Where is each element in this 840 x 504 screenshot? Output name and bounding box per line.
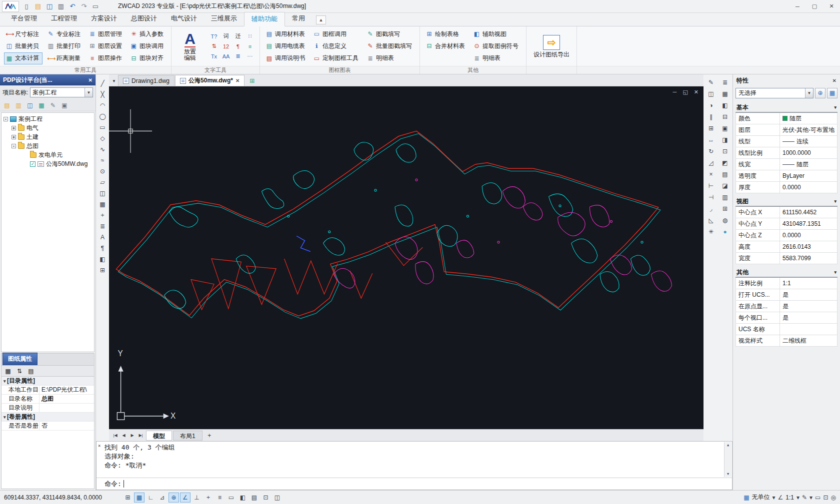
status-toggle-button[interactable]: ∟ (146, 493, 156, 503)
tree-checkbox[interactable]: ✓ (30, 161, 36, 167)
modify-tool-icon[interactable]: ✳ (706, 227, 716, 236)
tree-item[interactable]: + 土建 (2, 132, 94, 141)
tab-close-icon[interactable]: ✕ (236, 78, 240, 83)
layout-nav-button[interactable]: |◀ (111, 431, 120, 440)
view-tool-icon[interactable]: ≣ (720, 77, 730, 87)
zwcad-logo[interactable] (2, 1, 19, 12)
view-tool-icon[interactable]: ● (720, 227, 730, 236)
chevron-down-icon[interactable]: ▼ (805, 88, 813, 98)
view-tool-icon[interactable]: ◪ (720, 181, 730, 190)
status-right-item[interactable]: ◎ (831, 494, 836, 501)
modify-tool-icon[interactable]: ↔ (706, 135, 716, 144)
property-row[interactable]: 颜色 随层 (736, 113, 838, 124)
draw-tool-icon[interactable]: ≈ (98, 155, 108, 165)
tree-expander-icon[interactable]: - (4, 117, 8, 121)
tree-item[interactable]: 发电单元 (2, 150, 94, 159)
layout-nav-button[interactable]: ◀ (120, 431, 128, 440)
modify-tool-icon[interactable]: ⊢ (706, 181, 716, 190)
view-tool-icon[interactable]: ◨ (720, 135, 730, 144)
modify-tool-icon[interactable]: ✎ (706, 77, 716, 87)
text-tool-icon[interactable]: 迁 (232, 31, 244, 41)
ribbon-button[interactable]: ▭ 图框调用 (312, 28, 362, 40)
ribbon-button[interactable]: ✎ 批量图戳填写 (365, 40, 416, 52)
status-right-item[interactable]: ▦ (744, 494, 749, 501)
property-row[interactable]: 中心点 Z 0.0000 (736, 230, 838, 241)
text-tool-icon[interactable]: Tx (208, 51, 220, 61)
ribbon-button[interactable]: ≣ 明细表 (472, 52, 522, 64)
doc-close-icon[interactable]: ✕ (694, 89, 698, 95)
document-tab[interactable]: 公海50mw.dwg* ✕ (175, 75, 244, 86)
pickadd-toggle-button[interactable]: ▦ (827, 88, 838, 98)
ribbon-tab[interactable]: 方案设计 (84, 12, 124, 26)
draw-tool-icon[interactable]: ▭ (98, 122, 108, 132)
ribbon-button[interactable]: ▥ 批量打印 (46, 40, 84, 52)
draw-tool-icon[interactable]: ▱ (98, 177, 108, 187)
ribbon-button[interactable]: ⊟ 合并材料表 (424, 40, 468, 52)
doc-minimize-icon[interactable]: ─ (673, 89, 677, 95)
property-row[interactable]: 宽度 5583.7099 (736, 253, 838, 264)
sheet-properties-toolbar-button[interactable]: ▤ (26, 366, 36, 376)
status-toggle-button[interactable]: ⊕ (168, 493, 179, 503)
ribbon-button[interactable]: ⟷ 距离测量 (46, 52, 84, 64)
drawing-canvas[interactable]: ─ ◱ ✕ (109, 86, 704, 429)
properties-close-icon[interactable]: ✕ (832, 78, 836, 83)
view-tool-icon[interactable]: ▣ (720, 123, 730, 133)
text-tool-icon[interactable]: ¶ (232, 41, 244, 51)
status-toggle-button[interactable]: ⊞ (122, 493, 133, 503)
view-tool-icon[interactable]: ⊡ (720, 146, 730, 156)
ribbon-tab[interactable]: 平台管理 (4, 12, 44, 26)
draw-tool-icon[interactable]: ╳ (98, 89, 108, 99)
modify-tool-icon[interactable]: ⊞ (706, 123, 716, 133)
status-right-item[interactable]: ▾ (796, 494, 800, 501)
ribbon-button[interactable]: ⊟ 图块对齐 (128, 52, 167, 64)
draw-tool-icon[interactable]: ⊞ (98, 265, 108, 275)
ribbon-button[interactable]: ⟷ 尺寸标注 (4, 28, 42, 40)
project-toolbar-button[interactable]: ✎ (48, 100, 58, 110)
ribbon-button[interactable]: ▦ 文本计算 (4, 52, 42, 64)
project-toolbar-button[interactable]: ▥ (14, 100, 24, 110)
draw-tool-icon[interactable]: ◇ (98, 133, 108, 143)
draw-tool-icon[interactable]: ◯ (98, 111, 108, 121)
draw-tool-icon[interactable]: ╱ (98, 78, 108, 88)
property-row[interactable]: UCS 名称 (736, 324, 838, 335)
status-toggle-button[interactable]: ◧ (238, 493, 248, 503)
ribbon-button[interactable]: ▤ 调用材料表 (264, 28, 308, 40)
status-toggle-button[interactable]: ⊥ (192, 493, 202, 503)
draw-tool-icon[interactable]: ¶ (98, 243, 108, 253)
sheet-property-row[interactable]: 目录说明 (2, 404, 94, 413)
tree-expander-icon[interactable] (24, 162, 28, 166)
document-tab[interactable]: Drawing1.dwg (118, 75, 174, 86)
command-scrollbar[interactable]: ▲ ▼ (724, 442, 732, 477)
modify-tool-icon[interactable]: × (706, 169, 716, 179)
section-header-view[interactable]: 视图 ▾ (736, 197, 838, 207)
property-row[interactable]: 线型 连续 (736, 136, 838, 147)
draw-tool-icon[interactable]: ▦ (98, 199, 108, 209)
project-toolbar-button[interactable]: ▦ (36, 100, 46, 110)
property-row[interactable]: 图层 光伏-其他-可布置地 (736, 124, 838, 136)
view-tool-icon[interactable]: ⊞ (720, 204, 730, 213)
layout-nav-button[interactable]: ▶ (128, 431, 136, 440)
ribbon-button[interactable]: ℹ 信息定义 (312, 40, 362, 52)
text-tool-icon[interactable]: 词 (220, 31, 232, 41)
command-prompt[interactable]: 命令: (96, 478, 732, 490)
property-row[interactable]: 视觉样式 二维线框 (736, 335, 838, 347)
property-row[interactable]: 透明度 ByLayer (736, 170, 838, 182)
status-right-item[interactable]: ▾ (772, 494, 776, 501)
view-tool-icon[interactable]: ◍ (720, 215, 730, 225)
draw-tool-icon[interactable]: ◠ (98, 100, 108, 110)
ribbon-button[interactable]: ✎ 图戳填写 (365, 28, 416, 40)
text-tool-icon[interactable]: ≡ (244, 41, 256, 51)
add-layout-button[interactable]: + (204, 431, 215, 441)
ribbon-button[interactable]: ≣ 图层管理 (87, 28, 126, 40)
qat-button[interactable]: ◫ (44, 1, 55, 11)
status-right-item[interactable]: 无单位 (752, 493, 770, 502)
project-toolbar-button[interactable]: ▤ (2, 100, 12, 110)
scroll-down-icon[interactable]: ▼ (727, 472, 729, 476)
qat-button[interactable]: ↷ (78, 1, 90, 11)
draw-tool-icon[interactable]: ＋ (98, 210, 108, 220)
text-tool-icon[interactable]: 12 (220, 41, 232, 51)
sheet-property-row[interactable]: [目录属性] (2, 377, 94, 386)
tree-expander-icon[interactable]: + (12, 135, 16, 139)
view-tool-icon[interactable]: ▦ (720, 89, 730, 98)
quick-select-button[interactable]: ⊕ (815, 88, 826, 98)
